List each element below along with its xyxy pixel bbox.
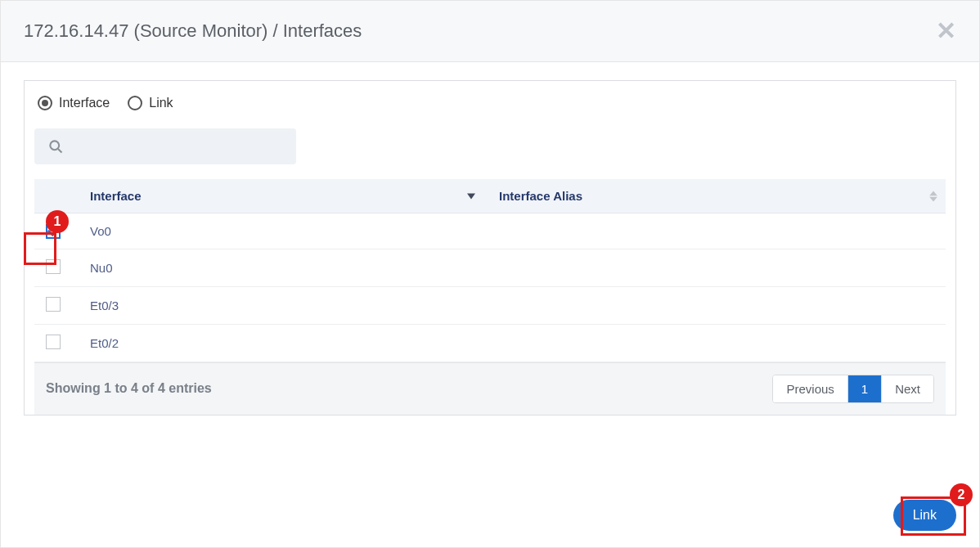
modal-footer: Link: [1, 488, 979, 547]
radio-interface[interactable]: Interface: [38, 96, 110, 110]
cell-alias: [488, 249, 946, 286]
column-header-alias[interactable]: Interface Alias: [488, 179, 946, 213]
cell-alias: [488, 213, 946, 249]
row-checkbox[interactable]: [46, 224, 61, 239]
column-header-interface-label: Interface: [90, 189, 142, 203]
cell-interface[interactable]: Et0/2: [79, 324, 488, 362]
radio-interface-label: Interface: [59, 96, 110, 110]
cell-interface[interactable]: Vo0: [79, 213, 488, 249]
cell-interface[interactable]: Nu0: [79, 249, 488, 286]
table-row: Nu0: [34, 249, 946, 286]
content-panel: Interface Link Interface: [24, 80, 956, 415]
row-checkbox[interactable]: [46, 297, 61, 312]
cell-alias: [488, 324, 946, 362]
table-row: Et0/2: [34, 324, 946, 362]
pagination: Previous 1 Next: [772, 375, 934, 403]
table-body: Vo0 Nu0 Et0/3: [34, 213, 946, 362]
table-row: Vo0: [34, 213, 946, 249]
svg-line-1: [58, 149, 62, 153]
modal-header: 172.16.14.47 (Source Monitor) / Interfac…: [1, 1, 979, 62]
table-header-row: Interface Interface Alias: [34, 179, 946, 213]
row-checkbox[interactable]: [46, 335, 61, 349]
table-footer: Showing 1 to 4 of 4 entries Previous 1 N…: [34, 362, 946, 415]
sort-desc-icon: [466, 189, 476, 203]
column-header-select: [34, 179, 79, 213]
link-button[interactable]: Link: [893, 500, 956, 531]
column-header-interface[interactable]: Interface: [79, 179, 488, 213]
sort-icon: [929, 191, 937, 201]
pagination-page-1[interactable]: 1: [848, 375, 882, 402]
radio-circle-icon: [128, 96, 142, 110]
interfaces-table: Interface Interface Alias: [34, 179, 946, 362]
table-row: Et0/3: [34, 286, 946, 324]
search-icon: [47, 138, 64, 155]
cell-alias: [488, 286, 946, 324]
column-header-alias-label: Interface Alias: [499, 189, 582, 203]
modal-title: 172.16.14.47 (Source Monitor) / Interfac…: [24, 20, 362, 42]
radio-circle-icon: [38, 96, 52, 110]
radio-link[interactable]: Link: [128, 96, 173, 110]
pagination-previous[interactable]: Previous: [773, 375, 847, 402]
close-icon[interactable]: ✕: [936, 19, 956, 43]
svg-point-0: [50, 141, 59, 150]
entries-summary: Showing 1 to 4 of 4 entries: [46, 381, 212, 396]
radio-link-label: Link: [149, 96, 173, 110]
radio-group: Interface Link: [34, 96, 946, 110]
modal-dialog: 172.16.14.47 (Source Monitor) / Interfac…: [0, 0, 980, 548]
pagination-next[interactable]: Next: [882, 375, 933, 402]
search-input[interactable]: [34, 128, 296, 164]
cell-interface[interactable]: Et0/3: [79, 286, 488, 324]
row-checkbox[interactable]: [46, 259, 61, 274]
modal-body: Interface Link Interface: [1, 62, 979, 488]
